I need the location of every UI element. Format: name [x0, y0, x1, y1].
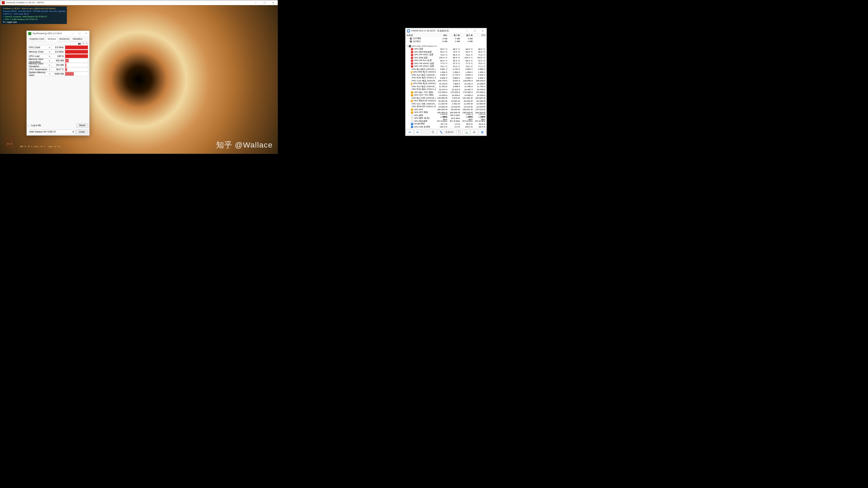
sensor-row[interactable]: GPU 频率 (有效)1,566.6 MHz28.5 MHz1,615.5 MH…	[405, 117, 487, 119]
watermark-text: 知乎 @Wallace	[216, 140, 273, 150]
gpuz-window[interactable]: TechPowerUp GPU-Z 2.54.0 ─ ☐ ✕ Graphics …	[26, 31, 90, 136]
gpuz-titlebar[interactable]: TechPowerUp GPU-Z 2.54.0 ─ ☐ ✕	[27, 31, 90, 36]
svg-point-1	[5, 136, 9, 142]
chevron-down-icon: ▼	[49, 69, 50, 71]
gpu-group-header[interactable]: ▾ GPU [#0]: AMD Radeon R...	[405, 45, 487, 47]
hwinfo-maximize-button[interactable]: ☐	[471, 28, 479, 34]
sensor-row[interactable]: GPU 内存 电流 (VDDIO)15.153 A7.863 A15.191 A…	[405, 82, 487, 85]
chevron-down-icon: ▼	[49, 51, 50, 53]
svg-point-3	[7, 143, 9, 144]
elapsed-time: 0:10:47	[446, 131, 455, 134]
sensor-row[interactable]: System Memory Used▼5630 MB	[28, 72, 88, 76]
gpuz-tab-graphics-card[interactable]: Graphics Card	[28, 36, 46, 41]
sensor-row[interactable]: GPU 内存 电压 (VDDIO)1.356 V1.356 V1.356 V1.…	[405, 71, 487, 73]
minimize-button[interactable]: ─	[251, 0, 260, 5]
svg-point-12	[466, 132, 468, 134]
svg-rect-6	[408, 30, 410, 32]
sensor-row[interactable]: GPU VR VDDC 温度73.5 °C55.5 °C73.6 °C71.6 …	[405, 53, 487, 56]
sensor-row[interactable]: 总计读取0 MB0 MB0 MB	[405, 37, 487, 40]
sensor-row[interactable]: GPU 显存功率 (VDDCI_MEM)14.003 W13.016 W14.0…	[405, 105, 487, 108]
sensor-row[interactable]: Memory Used (Dynamic)▼154 MB	[28, 63, 88, 67]
sensor-row[interactable]: GPU Clock▼0.0 MHz	[28, 45, 88, 50]
sensor-row[interactable]: GPU 核心 TDC 限制170.000 A170.000 A170.000 A…	[405, 91, 487, 94]
sensor-row[interactable]: GPU SoC 电压 (VDDCR_S...0.925 V0.778 V0.92…	[405, 74, 487, 76]
chevron-down-icon: ▾	[73, 131, 74, 133]
gpuz-menu-icon[interactable]: ≡	[86, 42, 88, 45]
overlay-hud: FurMark v1.35.8.0 - Burn-in test, 2560x1…	[1, 6, 67, 24]
furmark-title: Geeks3D FurMark v1.35.0.0 - 96FPS	[6, 1, 44, 4]
sensor-row[interactable]: GPU 核心功率 (VDDCR_GFX)129.936 W5.876 W131.…	[405, 97, 487, 99]
hwinfo-app-icon	[407, 29, 410, 32]
furmark-logo-icon	[2, 136, 17, 150]
close-button[interactable]: ✕	[269, 0, 278, 5]
nav-next-button[interactable]	[414, 129, 421, 135]
sensor-row[interactable]: GPU SoC 功耗 (VDDCR_S...11.019 W2.401 W11.…	[405, 102, 487, 105]
sensor-row[interactable]: GPU PPT180.000 W36.543 W180.001 W179.416…	[405, 108, 487, 111]
sensor-row[interactable]: GPU D3D 使用率100.0 %2.5 %100.0 %99.5 %	[405, 125, 487, 128]
settings-button[interactable]	[471, 129, 477, 135]
sensor-row[interactable]: GPU 内存 电压 (VDDCI_M...0.850 V0.850 V0.850…	[405, 76, 487, 79]
exit-button[interactable]	[479, 129, 486, 135]
hwinfo-sensor-list[interactable]: 总计读取0 MB0 MB0 MB总计写入0 MB0 MB0 MB▾ GPU [#…	[405, 37, 487, 128]
clock-icon	[456, 129, 461, 135]
furmark-titlebar[interactable]: Geeks3D FurMark v1.35.0.0 - 96FPS ─ ☐ ✕	[0, 0, 278, 5]
sensor-row[interactable]: GPU 显存功率 (VDDIO)20.552 W10.664 W20.603 W…	[405, 99, 487, 102]
sensor-row[interactable]: GPU Core 电流 (VDDCR_G...149.724 A8.037 A1…	[405, 79, 487, 82]
search-button[interactable]	[430, 129, 436, 135]
nav-prev-button[interactable]	[406, 129, 413, 135]
sensor-row[interactable]: GPU VR VDDIO 温度77.0 °C67.3 °C77.0 °C75.4…	[405, 62, 487, 65]
sensor-row[interactable]: GPU 内存 电流 (VDDCI_M...16.474 A15.313 A16.…	[405, 88, 487, 91]
furmark-icon	[2, 1, 5, 4]
gpuz-close-button[interactable]: ✕	[83, 31, 89, 36]
chevron-down-icon: ▼	[49, 73, 50, 75]
chevron-down-icon: ▼	[49, 64, 50, 66]
sensor-row[interactable]: GPU 显存频率871.8 MHz871.8 MHz871.8 MHz871.8…	[405, 120, 487, 122]
sensor-row[interactable]: GPU VR VDDCI 温度79.0 °C70.0 °C79.0 °C77.2…	[405, 65, 487, 67]
network-button[interactable]	[438, 129, 445, 135]
gpuz-refresh-icon[interactable]: ⟳	[82, 42, 84, 45]
gpuz-tab-advanced[interactable]: Advanced	[58, 36, 71, 41]
device-select[interactable]: AMD Radeon RX 5700 XT ▾	[28, 130, 75, 134]
hwinfo-column-header[interactable]: 传感器 实际 最小值 最大值 平均	[405, 34, 487, 37]
gpuz-sensor-rows: GPU Clock▼0.0 MHzMemory Clock▼0.0 MHzGPU…	[27, 45, 90, 76]
sensor-row[interactable]: GPU VR SoC 温度69.0 °C55.3 °C69.0 °C67.2 °…	[405, 59, 487, 62]
svg-point-13	[474, 132, 475, 133]
svg-point-7	[432, 131, 434, 133]
hwinfo-toolbar: 0:10:47	[405, 129, 487, 136]
maximize-button[interactable]: ☐	[260, 0, 269, 5]
sensor-row[interactable]: Memory Clock▼0.0 MHz	[28, 50, 88, 54]
hwinfo-window[interactable]: HWiNFO64 v7.30-4870 - 传感器状态 ─ ☐ ✕ 传感器 实际…	[405, 28, 487, 136]
hwinfo-minimize-button[interactable]: ─	[464, 28, 471, 34]
svg-point-4	[10, 143, 12, 144]
sensor-row[interactable]: GPU 热点温度105.3 °C68.3 °C105.4 °C103.5 °C	[405, 56, 487, 59]
gpuz-minimize-button[interactable]: ─	[70, 31, 76, 36]
gpuz-camera-icon[interactable]: 📷	[78, 42, 81, 45]
sensor-row[interactable]: GPU 显存结点温度92.0 °C74.0 °C92.0 °C90.3 °C	[405, 51, 487, 53]
gpuz-maximize-button[interactable]: ☐	[76, 31, 83, 36]
hwinfo-titlebar[interactable]: HWiNFO64 v7.30-4870 - 传感器状态 ─ ☐ ✕	[405, 28, 487, 34]
sensor-row[interactable]: GPU利用率99.7 %1.0 %99.8 %99.3 %	[405, 122, 487, 125]
sensor-row[interactable]: GPU 温度90.5 °C68.2 °C90.6 °C88.9 °C	[405, 47, 487, 50]
sensor-row[interactable]: 总计写入0 MB0 MB0 MB	[405, 40, 487, 43]
bottom-hud: GPU 1: 0° C (min: 0° C - max: 0° C)	[20, 145, 60, 148]
svg-rect-9	[441, 133, 442, 134]
chevron-down-icon: ▼	[49, 55, 50, 57]
sensor-row[interactable]: GPU SOC TDC 限制14.000 A14.000 A14.000 A14…	[405, 94, 487, 96]
log-button[interactable]	[463, 129, 469, 135]
hwinfo-close-button[interactable]: ✕	[479, 28, 487, 34]
gpuz-tabs: Graphics CardSensorsAdvancedValidation	[27, 36, 90, 42]
gpuz-tab-validation[interactable]: Validation	[71, 36, 84, 41]
gpuz-app-icon	[28, 32, 31, 35]
chevron-down-icon: ▼	[49, 60, 50, 62]
sensor-row[interactable]: GPU 核心电压 (VDDCR_GFX)0.867 V0.729 V0.892 …	[405, 68, 487, 71]
close-button-footer[interactable]: Close	[76, 130, 88, 134]
svg-rect-8	[440, 131, 441, 132]
chevron-down-icon: ▼	[49, 46, 50, 48]
gpuz-tab-sensors[interactable]: Sensors	[46, 36, 58, 42]
reset-button[interactable]: Reset	[76, 123, 88, 128]
svg-point-2	[11, 136, 14, 142]
log-to-file-checkbox[interactable]: Log to file	[28, 124, 41, 127]
sensor-row[interactable]: GPU SoC 电流 (VDDCR_S...11.913 A3.085 A11.…	[405, 85, 487, 88]
